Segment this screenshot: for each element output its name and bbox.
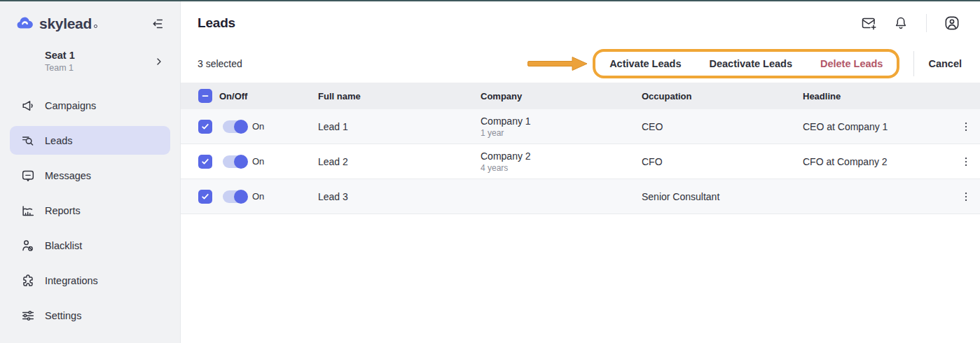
skylead-cloud-logo-icon <box>15 14 34 33</box>
logo-row: skylead <box>0 1 180 33</box>
sidebar-item-label: Leads <box>45 135 73 146</box>
selected-count: 3 selected <box>198 58 242 69</box>
lead-on-off-toggle[interactable] <box>223 120 247 133</box>
topbar-divider <box>926 14 927 32</box>
puzzle-icon <box>20 273 36 288</box>
lead-name: Lead 2 <box>318 156 481 167</box>
seat-selector[interactable]: Seat 1 Team 1 <box>0 33 180 73</box>
row-checkbox[interactable] <box>198 155 212 169</box>
lead-headline: CEO at Company 1 <box>803 121 957 132</box>
lead-company: Company 2 <box>481 150 642 162</box>
trademark-dot <box>94 24 97 28</box>
user-avatar-icon <box>943 14 961 32</box>
lead-occupation: CFO <box>642 156 803 167</box>
sidebar-item-label: Blacklist <box>45 240 82 251</box>
actions-divider <box>913 51 914 76</box>
column-header-fullname: Full name <box>318 91 481 102</box>
lead-company-tenure: 1 year <box>481 128 642 138</box>
sidebar-item-reports[interactable]: Reports <box>10 196 170 225</box>
column-header-onoff: On/Off <box>219 91 318 102</box>
toggle-label: On <box>252 191 264 202</box>
topbar: Leads <box>181 1 980 45</box>
brand-name: skylead <box>39 15 92 32</box>
lead-occupation: Senior Consultant <box>642 191 803 202</box>
new-message-button[interactable] <box>856 10 881 36</box>
lead-headline: CFO at Company 2 <box>803 156 957 167</box>
lead-company-tenure: 4 years <box>481 163 642 173</box>
deactivate-leads-button[interactable]: Deactivate Leads <box>709 58 792 69</box>
select-all-checkbox[interactable] <box>198 89 212 103</box>
bell-icon <box>892 15 909 31</box>
account-button[interactable] <box>939 10 965 36</box>
row-menu-kebab-icon[interactable] <box>957 118 975 136</box>
mail-plus-icon <box>860 15 877 31</box>
sidebar-item-settings[interactable]: Settings <box>10 301 170 330</box>
bulk-actions-group: Activate Leads Deactivate Leads Delete L… <box>593 49 899 78</box>
column-header-headline: Headline <box>803 91 957 102</box>
lead-name: Lead 3 <box>318 191 481 202</box>
notifications-button[interactable] <box>888 10 913 36</box>
lead-on-off-toggle[interactable] <box>223 155 247 168</box>
seat-title: Seat 1 <box>45 50 75 61</box>
toggle-label: On <box>252 156 264 167</box>
blocked-user-icon <box>20 238 36 253</box>
sidebar-item-campaigns[interactable]: Campaigns <box>10 91 170 120</box>
seat-subtitle: Team 1 <box>45 63 75 73</box>
table-row: On Lead 2 Company 2 4 years CFO CFO at C… <box>181 144 980 179</box>
table-header-row: On/Off Full name Company Occupation Head… <box>181 83 980 109</box>
activate-leads-button[interactable]: Activate Leads <box>609 58 681 69</box>
sidebar: skylead Seat 1 Team 1 Campaigns <box>0 1 181 343</box>
table-row: On Lead 1 Company 1 1 year CEO CEO at Co… <box>181 109 980 144</box>
lead-on-off-toggle[interactable] <box>223 190 247 203</box>
delete-leads-button[interactable]: Delete Leads <box>820 58 883 69</box>
sidebar-item-label: Integrations <box>45 275 98 286</box>
column-header-occupation: Occupation <box>642 91 803 102</box>
leads-search-icon <box>20 133 36 148</box>
sidebar-item-integrations[interactable]: Integrations <box>10 266 170 295</box>
row-checkbox[interactable] <box>198 190 212 204</box>
sidebar-item-leads[interactable]: Leads <box>10 126 170 155</box>
lead-company: Company 1 <box>481 115 642 127</box>
sidebar-item-label: Settings <box>45 310 81 321</box>
table-row: On Lead 3 Senior Consultant <box>181 179 980 214</box>
lead-name: Lead 1 <box>318 121 481 132</box>
selection-bar: 3 selected Activate Leads Deactivate Lea… <box>181 45 980 83</box>
sliders-icon <box>20 308 36 323</box>
chart-icon <box>20 203 36 218</box>
row-checkbox[interactable] <box>198 120 212 134</box>
collapse-sidebar-icon[interactable] <box>148 15 166 33</box>
sidebar-item-label: Reports <box>45 205 81 216</box>
sidebar-item-label: Campaigns <box>45 100 96 111</box>
cancel-button[interactable]: Cancel <box>928 58 962 69</box>
sidebar-item-messages[interactable]: Messages <box>10 161 170 190</box>
toggle-label: On <box>252 121 264 132</box>
chat-bubble-icon <box>20 168 36 183</box>
sidebar-item-label: Messages <box>45 170 91 181</box>
annotation-arrow-icon <box>527 55 588 73</box>
column-header-company: Company <box>481 91 642 102</box>
chevron-right-icon <box>153 56 165 67</box>
main-content: Leads <box>181 1 980 343</box>
page-title: Leads <box>198 15 235 31</box>
sidebar-nav: Campaigns Leads Messages Reports <box>0 91 180 330</box>
sidebar-item-blacklist[interactable]: Blacklist <box>10 231 170 260</box>
lead-occupation: CEO <box>642 121 803 132</box>
megaphone-icon <box>20 98 36 113</box>
leads-table: On/Off Full name Company Occupation Head… <box>181 83 980 214</box>
row-menu-kebab-icon[interactable] <box>957 153 975 171</box>
row-menu-kebab-icon[interactable] <box>957 188 975 206</box>
